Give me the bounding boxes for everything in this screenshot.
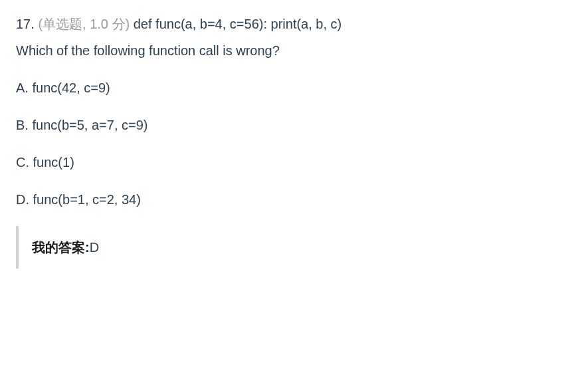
question-meta: (单选题, 1.0 分)	[38, 17, 130, 31]
answer-box: 我的答案:D	[16, 226, 572, 269]
answer-value: D	[90, 240, 99, 255]
option-a[interactable]: A. func(42, c=9)	[16, 77, 572, 98]
option-c[interactable]: C. func(1)	[16, 152, 572, 173]
question-code: def func(a, b=4, c=56): print(a, b, c)	[134, 17, 342, 31]
question-prompt: Which of the following function call is …	[16, 40, 572, 61]
question-header: 17. (单选题, 1.0 分) def func(a, b=4, c=56):…	[16, 13, 572, 35]
answer-label: 我的答案:	[32, 240, 90, 255]
question-number: 17.	[16, 17, 35, 31]
option-b[interactable]: B. func(b=5, a=7, c=9)	[16, 114, 572, 136]
option-d[interactable]: D. func(b=1, c=2, 34)	[16, 189, 572, 210]
